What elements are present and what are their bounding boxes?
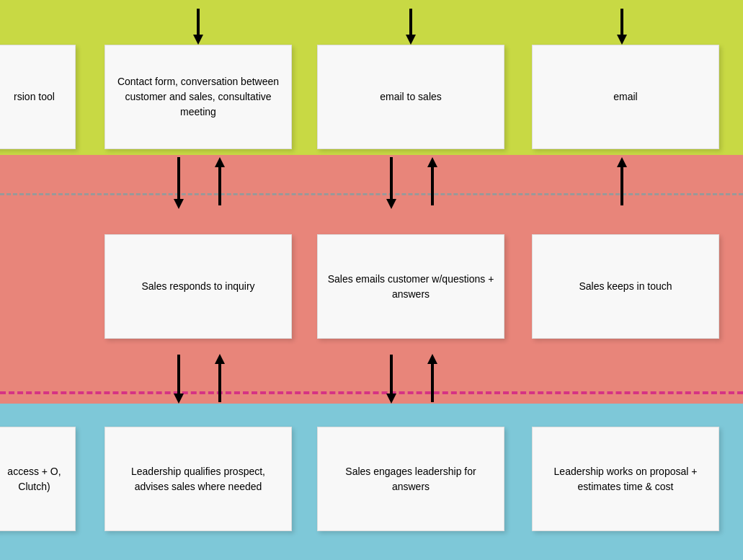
card-sales-engages: Sales engages leadership for answers: [317, 427, 504, 531]
dashed-line-pink: [0, 391, 743, 394]
card-sales-emails: Sales emails customer w/questions + answ…: [317, 234, 504, 339]
card-email-to-sales: email to sales: [317, 45, 504, 149]
card-leadership-works: Leadership works on proposal + estimates…: [532, 427, 719, 531]
card-sales-keeps: Sales keeps in touch: [532, 234, 719, 339]
dashed-line-gray: [0, 193, 743, 195]
card-access: access + O, Clutch): [0, 427, 76, 531]
card-conversion-tool: rsion tool: [0, 45, 76, 149]
card-email: email: [532, 45, 719, 149]
card-sales-responds: Sales responds to inquiry: [104, 234, 292, 339]
card-contact-form: Contact form, conversation between custo…: [104, 45, 292, 149]
card-leadership-qualifies: Leadership qualifies prospect, advises s…: [104, 427, 292, 531]
